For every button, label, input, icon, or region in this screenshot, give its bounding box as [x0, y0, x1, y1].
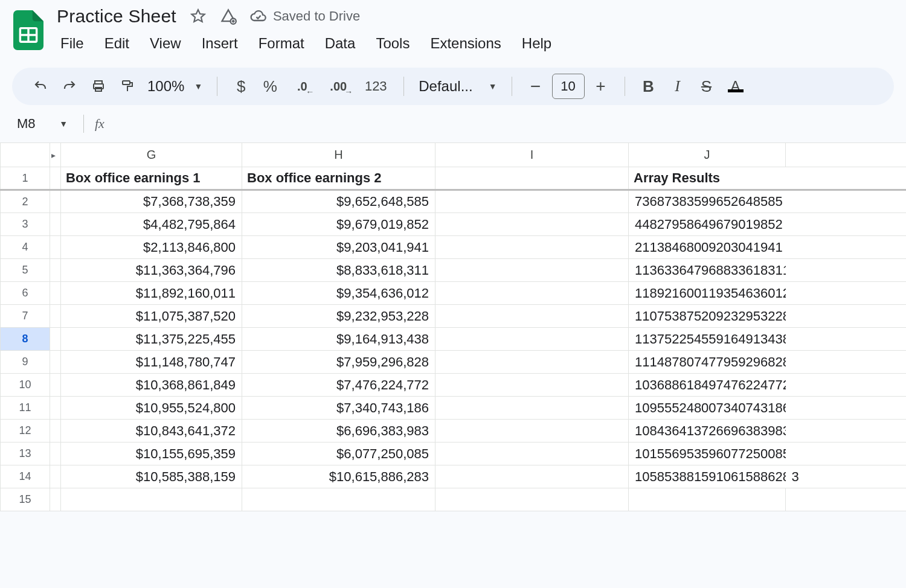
cell-g[interactable]: $10,843,641,372: [61, 420, 242, 443]
cell[interactable]: [50, 351, 61, 374]
cell-j[interactable]: 101556953596077250085: [629, 443, 786, 465]
cell-h[interactable]: $9,354,636,012: [242, 282, 435, 305]
cell[interactable]: [50, 282, 61, 305]
cell-j[interactable]: 105853881591061588628: [629, 465, 786, 488]
doc-title[interactable]: Practice Sheet: [57, 6, 176, 27]
cell-overflow[interactable]: [786, 282, 907, 305]
cell-i[interactable]: [435, 420, 629, 443]
cell-j[interactable]: 103688618497476224772: [629, 374, 786, 397]
cell-i[interactable]: [435, 236, 629, 259]
star-icon[interactable]: [190, 8, 207, 25]
sheets-logo[interactable]: [12, 8, 45, 52]
column-header-h[interactable]: H: [242, 143, 435, 167]
column-header-i[interactable]: I: [435, 143, 629, 167]
menu-edit[interactable]: Edit: [103, 33, 130, 54]
cell[interactable]: [50, 190, 61, 213]
cell-i[interactable]: [435, 397, 629, 420]
cell-g[interactable]: $10,368,861,849: [61, 374, 242, 397]
paint-format-button[interactable]: [115, 74, 140, 99]
cell[interactable]: [50, 443, 61, 465]
cell-overflow[interactable]: [786, 420, 907, 443]
row-header[interactable]: 1: [1, 167, 50, 190]
row-header[interactable]: 11: [1, 397, 50, 420]
bold-button[interactable]: B: [636, 74, 661, 99]
row-header[interactable]: 9: [1, 351, 50, 374]
cell[interactable]: [50, 397, 61, 420]
menu-extensions[interactable]: Extensions: [429, 33, 502, 54]
cell-overflow[interactable]: [786, 328, 907, 351]
row-header[interactable]: 5: [1, 259, 50, 282]
cell-i[interactable]: [435, 282, 629, 305]
cell[interactable]: [50, 259, 61, 282]
cell-h[interactable]: $8,833,618,311: [242, 259, 435, 282]
cell-j[interactable]: 108436413726696383983: [629, 420, 786, 443]
cell-h[interactable]: $6,696,383,983: [242, 420, 435, 443]
cell[interactable]: [50, 488, 61, 511]
print-button[interactable]: [86, 74, 111, 99]
name-box[interactable]: M8 ▼: [12, 113, 72, 134]
cell[interactable]: [50, 305, 61, 328]
cell-h[interactable]: $9,679,019,852: [242, 213, 435, 236]
cell-g[interactable]: $7,368,738,359: [61, 190, 242, 213]
percent-button[interactable]: %: [257, 74, 283, 99]
row-header[interactable]: 15: [1, 488, 50, 511]
cell-overflow[interactable]: 3: [786, 465, 907, 488]
cell-j[interactable]: 113633647968833618311: [629, 259, 786, 282]
redo-button[interactable]: [57, 74, 82, 99]
cell-g[interactable]: $10,585,388,159: [61, 465, 242, 488]
cell[interactable]: [50, 420, 61, 443]
cell[interactable]: [50, 465, 61, 488]
row-header[interactable]: 10: [1, 374, 50, 397]
cell-i[interactable]: [435, 213, 629, 236]
currency-button[interactable]: $: [228, 74, 254, 99]
cell-h[interactable]: $6,077,250,085: [242, 443, 435, 465]
italic-button[interactable]: I: [665, 74, 690, 99]
cell-j[interactable]: 111487807477959296828: [629, 351, 786, 374]
cell-overflow[interactable]: [786, 374, 907, 397]
cell-h[interactable]: $9,203,041,941: [242, 236, 435, 259]
header-h[interactable]: Box office earnings 2: [242, 167, 435, 190]
header-g[interactable]: Box office earnings 1: [61, 167, 242, 190]
cell[interactable]: [786, 488, 907, 511]
row-header[interactable]: 2: [1, 190, 50, 213]
row-header[interactable]: 3: [1, 213, 50, 236]
zoom-dropdown[interactable]: 100% ▼: [144, 78, 206, 95]
row-header[interactable]: 13: [1, 443, 50, 465]
cell-h[interactable]: $10,615,886,283: [242, 465, 435, 488]
menu-format[interactable]: Format: [257, 33, 306, 54]
cell-j[interactable]: 110753875209232953228: [629, 305, 786, 328]
undo-button[interactable]: [28, 74, 53, 99]
cell-i[interactable]: [435, 443, 629, 465]
row-header[interactable]: 14: [1, 465, 50, 488]
cell[interactable]: [50, 236, 61, 259]
more-formats-button[interactable]: 123: [359, 74, 393, 99]
menu-help[interactable]: Help: [521, 33, 553, 54]
menu-insert[interactable]: Insert: [201, 33, 239, 54]
cell-g[interactable]: $11,363,364,796: [61, 259, 242, 282]
increase-decimal-button[interactable]: .00 →: [321, 74, 355, 99]
menu-view[interactable]: View: [149, 33, 182, 54]
hidden-columns-indicator[interactable]: ▸: [50, 143, 61, 167]
cell-i[interactable]: [435, 305, 629, 328]
cell-i[interactable]: [435, 351, 629, 374]
cell-i[interactable]: [435, 328, 629, 351]
cell-h[interactable]: $7,340,743,186: [242, 397, 435, 420]
column-header-g[interactable]: G: [61, 143, 242, 167]
header-j[interactable]: Array Results: [629, 167, 907, 190]
cell[interactable]: [435, 488, 629, 511]
cell-h[interactable]: $7,959,296,828: [242, 351, 435, 374]
row-header[interactable]: 8: [1, 328, 50, 351]
cell-g[interactable]: $4,482,795,864: [61, 213, 242, 236]
cell-h[interactable]: $9,652,648,585: [242, 190, 435, 213]
cell-i[interactable]: [435, 190, 629, 213]
row-header[interactable]: 4: [1, 236, 50, 259]
font-size-input[interactable]: [552, 74, 585, 99]
cell[interactable]: [50, 213, 61, 236]
cell-j[interactable]: 73687383599652648585: [629, 190, 786, 213]
cell-j[interactable]: 21138468009203041941: [629, 236, 786, 259]
cell-j[interactable]: 109555248007340743186: [629, 397, 786, 420]
cell[interactable]: [50, 328, 61, 351]
row-header[interactable]: 12: [1, 420, 50, 443]
spreadsheet-grid[interactable]: ▸ G H I J 1Box office earnings 1Box offi…: [0, 142, 906, 511]
text-color-button[interactable]: A: [723, 74, 748, 99]
